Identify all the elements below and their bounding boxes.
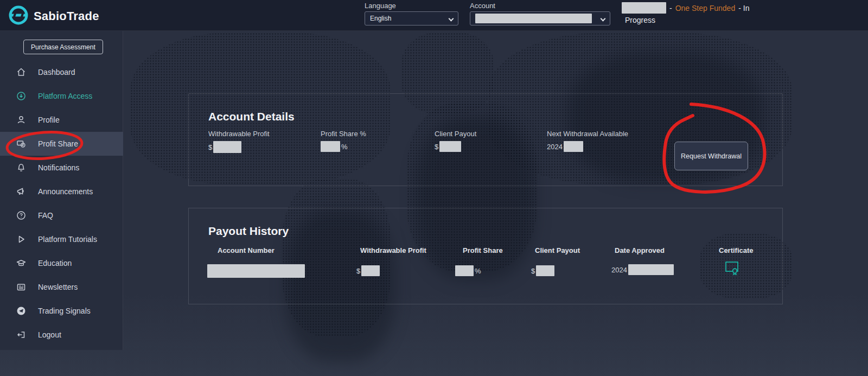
sidebar-item-newsletters[interactable]: Newsletters bbox=[0, 275, 123, 299]
column-header-profit-share: Profit Share bbox=[463, 246, 503, 254]
field-label: Withdrawable Profit bbox=[208, 130, 270, 138]
redacted-status-value bbox=[622, 2, 666, 14]
sidebar-nav: Dashboard Platform Access bbox=[0, 60, 123, 347]
graduation-cap-icon bbox=[16, 258, 26, 268]
status-line-1: - One Step Funded - In bbox=[622, 2, 749, 14]
sidebar-item-label: Education bbox=[38, 259, 72, 267]
status-dash: - bbox=[669, 4, 672, 12]
redacted-value bbox=[536, 265, 554, 276]
account-select[interactable] bbox=[470, 11, 610, 26]
field-next-withdrawal: Next Withdrawal Available 2024 bbox=[547, 130, 628, 152]
sidebar-item-profile[interactable]: Profile bbox=[0, 108, 123, 132]
sidebar-item-label: Platform Tutorials bbox=[38, 235, 97, 244]
chevron-down-icon bbox=[601, 16, 606, 22]
page: SabioTrade Language English Account - On… bbox=[0, 0, 868, 376]
bell-icon bbox=[16, 163, 26, 173]
language-select[interactable]: English bbox=[365, 11, 458, 26]
language-label: Language bbox=[365, 2, 458, 10]
play-icon bbox=[16, 234, 26, 244]
account-details-title: Account Details bbox=[208, 110, 295, 123]
currency-prefix: $ bbox=[356, 267, 360, 275]
status-line-2: Progress bbox=[625, 16, 749, 24]
sidebar-item-label: Dashboard bbox=[38, 68, 75, 77]
sidebar-item-label: Profit Share bbox=[38, 139, 78, 148]
redacted-value bbox=[361, 265, 380, 276]
column-header-certificate: Certificate bbox=[719, 246, 754, 254]
download-circle-icon bbox=[16, 91, 26, 101]
payout-history-card: Payout History Account Number Withdrawab… bbox=[188, 208, 783, 304]
sidebar-item-label: FAQ bbox=[38, 211, 53, 220]
main-content: Account Details Withdrawable Profit $ Pr… bbox=[123, 31, 868, 376]
sidebar-item-label: Announcements bbox=[38, 187, 93, 196]
field-label: Client Payout bbox=[435, 130, 476, 138]
column-header-date-approved: Date Approved bbox=[615, 246, 665, 254]
account-details-card: Account Details Withdrawable Profit $ Pr… bbox=[188, 93, 783, 186]
percent-suffix: % bbox=[475, 267, 481, 275]
language-group: Language English bbox=[365, 2, 458, 26]
sidebar-item-logout[interactable]: Logout bbox=[0, 323, 123, 347]
sidebar-item-label: Logout bbox=[38, 330, 61, 339]
telegram-circle-icon bbox=[16, 306, 26, 316]
redacted-account-value bbox=[475, 14, 592, 23]
chevron-down-icon bbox=[449, 16, 454, 22]
sidebar-item-profit-share[interactable]: Profit Share bbox=[0, 132, 123, 156]
sidebar-item-announcements[interactable]: Announcements bbox=[0, 180, 123, 203]
redacted-value bbox=[213, 141, 241, 153]
sidebar-item-label: Platform Access bbox=[38, 92, 92, 100]
cell-certificate[interactable] bbox=[725, 260, 739, 277]
cell-date-approved: 2024 bbox=[611, 264, 674, 275]
sidebar: Purchase Assessment Dashboard Platfor bbox=[0, 31, 123, 350]
purchase-assessment-button[interactable]: Purchase Assessment bbox=[23, 40, 103, 54]
column-header-account-number: Account Number bbox=[218, 246, 275, 254]
sidebar-item-label: Profile bbox=[38, 116, 60, 124]
sidebar-item-trading-signals[interactable]: Trading Signals bbox=[0, 299, 123, 323]
status-plan: One Step Funded bbox=[675, 4, 736, 12]
field-profit-share-pct: Profit Share % % bbox=[321, 130, 366, 152]
date-prefix: 2024 bbox=[611, 266, 627, 274]
logout-icon bbox=[16, 330, 26, 340]
person-icon bbox=[16, 115, 26, 125]
cell-client-payout: $ bbox=[531, 265, 554, 276]
sidebar-item-label: Notifications bbox=[38, 163, 79, 172]
redacted-value bbox=[207, 264, 305, 278]
request-withdrawal-button[interactable]: Request Withdrawal bbox=[674, 142, 748, 170]
top-header: SabioTrade Language English Account - On… bbox=[0, 0, 868, 31]
redacted-value bbox=[628, 264, 674, 275]
account-label: Account bbox=[470, 2, 610, 10]
cell-profit-share: % bbox=[455, 265, 481, 276]
payout-history-title: Payout History bbox=[208, 225, 289, 238]
cell-withdrawable-profit: $ bbox=[356, 265, 380, 276]
sidebar-item-platform-access[interactable]: Platform Access bbox=[0, 84, 123, 108]
sidebar-item-notifications[interactable]: Notifications bbox=[0, 156, 123, 180]
currency-prefix: $ bbox=[435, 143, 438, 151]
brand-logo[interactable]: SabioTrade bbox=[9, 5, 99, 27]
profit-share-icon bbox=[16, 139, 26, 149]
account-group: Account bbox=[470, 2, 610, 26]
sidebar-item-label: Newsletters bbox=[38, 283, 78, 291]
sidebar-item-dashboard[interactable]: Dashboard bbox=[0, 60, 123, 84]
question-circle-icon bbox=[16, 211, 26, 220]
certificate-icon[interactable] bbox=[725, 260, 739, 277]
sabiotrade-logo-icon bbox=[9, 5, 28, 27]
status-tail: - In bbox=[738, 4, 749, 12]
percent-suffix: % bbox=[341, 143, 348, 151]
account-status: - One Step Funded - In Progress bbox=[622, 2, 749, 24]
newspaper-icon bbox=[16, 282, 26, 292]
sidebar-item-label: Trading Signals bbox=[38, 307, 91, 315]
column-header-client-payout: Client Payout bbox=[535, 246, 580, 254]
field-withdrawable-profit: Withdrawable Profit $ bbox=[208, 130, 270, 153]
redacted-value bbox=[564, 141, 583, 152]
megaphone-icon bbox=[16, 187, 26, 196]
field-label: Next Withdrawal Available bbox=[547, 130, 628, 138]
field-label: Profit Share % bbox=[321, 130, 366, 138]
date-prefix: 2024 bbox=[547, 143, 563, 151]
column-header-withdrawable-profit: Withdrawable Profit bbox=[360, 246, 426, 254]
sidebar-item-faq[interactable]: FAQ bbox=[0, 203, 123, 227]
redacted-value bbox=[439, 141, 461, 152]
home-icon bbox=[16, 67, 26, 77]
sidebar-item-platform-tutorials[interactable]: Platform Tutorials bbox=[0, 227, 123, 251]
currency-prefix: $ bbox=[208, 143, 212, 151]
sidebar-item-education[interactable]: Education bbox=[0, 251, 123, 275]
currency-prefix: $ bbox=[531, 267, 535, 275]
cell-account-number bbox=[207, 264, 305, 278]
